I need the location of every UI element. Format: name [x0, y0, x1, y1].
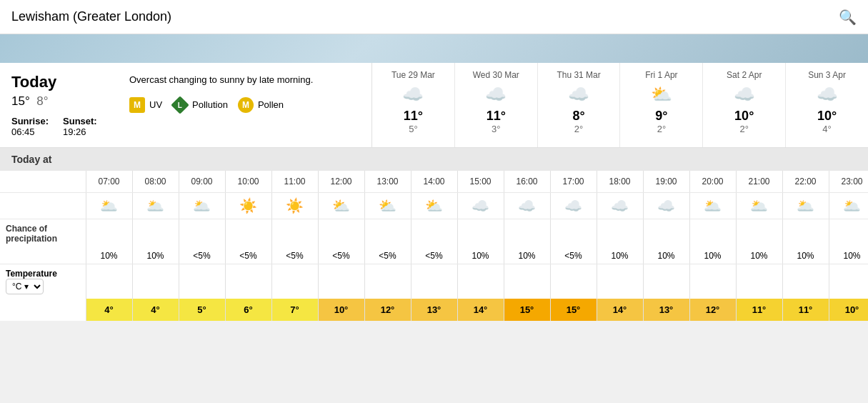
today-label: Today	[11, 73, 122, 91]
temp-label: Temperature °C ▾	[0, 264, 86, 299]
precip-cell: <5%	[225, 248, 271, 264]
forecast-low: 2°	[657, 124, 666, 134]
forecast-high: 10°	[734, 109, 754, 124]
sunset-time: 19:26	[63, 126, 97, 137]
pollen-badge: M	[238, 97, 254, 113]
precip-label: Chance of precipitation	[0, 219, 86, 249]
precip-cell: 10%	[597, 248, 643, 264]
forecast-high: 8°	[572, 109, 584, 124]
weather-icon-cell: ⛅	[411, 193, 457, 219]
weather-icon-cell: 🌥️	[179, 193, 225, 219]
forecast-low: 5°	[409, 124, 417, 134]
weather-icon-cell: ⛅	[364, 193, 411, 219]
precip-cell: 10%	[736, 248, 782, 264]
forecast-icon: ☁️	[485, 84, 507, 104]
forecast-high: 10°	[817, 109, 837, 124]
today-high: 15°	[11, 94, 30, 108]
hour-cell: 17:00	[550, 171, 597, 193]
weather-icon-cell: 🌥️	[132, 193, 179, 219]
search-button[interactable]: 🔍	[839, 9, 857, 26]
today-description: Overcast changing to sunny by late morni…	[122, 73, 360, 137]
forecast-high: 11°	[404, 109, 423, 124]
weather-icon-cell: 🌥️	[736, 193, 782, 219]
weather-icon-cell: ⛅	[318, 193, 364, 219]
forecast-low: 4°	[822, 124, 831, 134]
temp-unit-select[interactable]: °C ▾	[6, 279, 44, 294]
forecast-high: 9°	[655, 109, 667, 124]
temp-cell: 14°	[597, 299, 643, 321]
hour-cell: 14:00	[411, 171, 457, 193]
forecast-day-3: Fri 1 Apr ⛅ 9° 2°	[620, 63, 703, 147]
forecast-high: 11°	[487, 109, 506, 124]
hour-cell: 18:00	[597, 171, 643, 193]
precip-cell: <5%	[550, 248, 597, 264]
hour-cell: 21:00	[736, 171, 782, 193]
hour-cell: 23:00	[829, 171, 868, 193]
pollen-label: Pollen	[258, 98, 284, 112]
hour-cell: 19:00	[643, 171, 689, 193]
forecast-day-2: Thu 31 Mar ☁️ 8° 2°	[538, 63, 621, 147]
uv-label: UV	[149, 98, 162, 112]
hour-cell: 12:00	[318, 171, 364, 193]
forecast-icon: ☁️	[817, 84, 838, 104]
precip-cell: 10%	[132, 248, 179, 264]
weather-icon-cell: ☁️	[643, 193, 689, 219]
temp-cell: 4°	[86, 299, 132, 321]
temp-cell: 6°	[225, 299, 271, 321]
forecast-icon: ☁️	[734, 84, 755, 104]
precip-cell: 10%	[829, 248, 868, 264]
forecast-icon: ⛅	[651, 84, 672, 104]
today-card: Today 15° 8° Sunrise: 06:45 Sunset: 19:2…	[0, 63, 371, 147]
today-at-section: Today at 07:0008:0009:0010:0011:0012:001…	[0, 148, 868, 321]
hour-cell: 08:00	[132, 171, 179, 193]
hour-cell: 22:00	[782, 171, 829, 193]
weather-icon-cell: 🌥️	[689, 193, 736, 219]
forecast-low: 2°	[574, 124, 583, 134]
pollution-label: Pollution	[192, 98, 228, 112]
temp-cell: 15°	[504, 299, 550, 321]
top-panel: Today 15° 8° Sunrise: 06:45 Sunset: 19:2…	[0, 63, 868, 148]
hour-cell: 15:00	[457, 171, 504, 193]
pollen-indicator: M Pollen	[238, 97, 284, 113]
temp-cell: 14°	[457, 299, 504, 321]
location-title: Lewisham (Greater London)	[11, 9, 171, 24]
sunrise-time: 06:45	[11, 126, 49, 137]
temp-cell: 11°	[736, 299, 782, 321]
precip-cell: <5%	[179, 248, 225, 264]
uv-indicator: M UV	[129, 97, 162, 113]
today-temps: 15° 8°	[11, 94, 122, 109]
forecast-icon: ☁️	[402, 84, 424, 104]
pollution-badge-wrapper: L	[172, 97, 188, 113]
weather-icon-cell: ☁️	[597, 193, 643, 219]
sunrise-label: Sunrise:	[11, 116, 49, 126]
precip-cell: 10%	[643, 248, 689, 264]
today-at-header: Today at	[0, 148, 868, 171]
today-sun: Sunrise: 06:45 Sunset: 19:26	[11, 116, 122, 137]
precip-cell: <5%	[271, 248, 318, 264]
forecast-date: Wed 30 Mar	[473, 70, 519, 80]
hour-cell: 13:00	[364, 171, 411, 193]
forecast-date: Thu 31 Mar	[557, 70, 600, 80]
precip-cell: 10%	[457, 248, 504, 264]
forecast-low: 3°	[492, 124, 500, 134]
precip-cell: 10%	[689, 248, 736, 264]
temp-cell: 11°	[782, 299, 829, 321]
hour-cell: 09:00	[179, 171, 225, 193]
forecast-day-0: Tue 29 Mar ☁️ 11° 5°	[372, 63, 455, 147]
forecast-date: Fri 1 Apr	[645, 70, 677, 80]
weather-icon-cell: 🌥️	[782, 193, 829, 219]
temp-cell: 12°	[364, 299, 411, 321]
hour-cell: 16:00	[504, 171, 550, 193]
today-low: 8°	[36, 94, 48, 108]
forecast-date: Sun 3 Apr	[808, 70, 846, 80]
precip-cell: <5%	[318, 248, 364, 264]
uv-badge: M	[129, 97, 145, 113]
forecast-date: Tue 29 Mar	[391, 70, 435, 80]
temp-cell: 4°	[132, 299, 179, 321]
weather-icon-cell: 🌥️	[86, 193, 132, 219]
hourly-table: 07:0008:0009:0010:0011:0012:0013:0014:00…	[0, 171, 868, 321]
temp-cell: 13°	[643, 299, 689, 321]
temp-cell: 10°	[318, 299, 364, 321]
weather-icon-cell: ☁️	[504, 193, 550, 219]
weather-icon-cell: 🌥️	[829, 193, 868, 219]
